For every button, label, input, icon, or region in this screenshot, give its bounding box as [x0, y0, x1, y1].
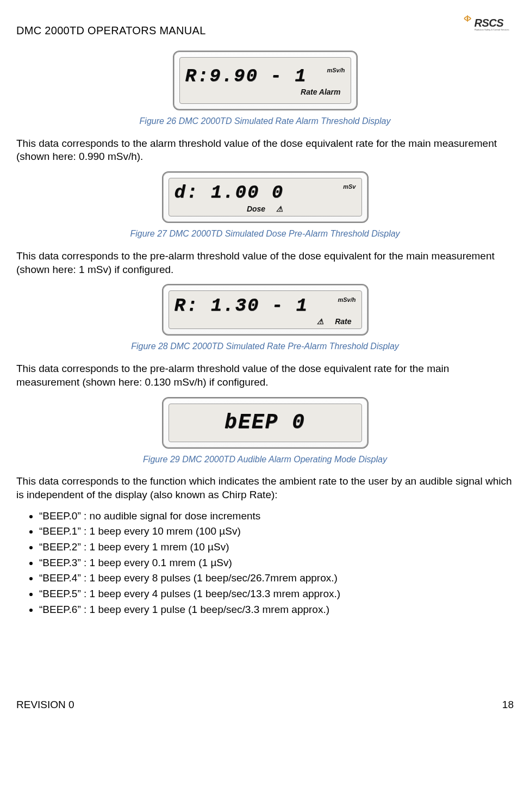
- figure-26-caption: Figure 26 DMC 2000TD Simulated Rate Alar…: [16, 116, 514, 127]
- paragraph-1: This data corresponds to the alarm thres…: [16, 137, 514, 164]
- list-item: “BEEP.2” : 1 beep every 1 mrem (10 µSv): [39, 541, 514, 554]
- figure-27-display: d: 1.00 0 mSv Dose ⚠: [162, 171, 369, 223]
- rscs-logo-icon: RSCS Radiation Safety & Control Services: [459, 14, 514, 40]
- figure-28-caption: Figure 28 DMC 2000TD Simulated Rate Pre-…: [16, 341, 514, 352]
- paragraph-4: This data corresponds to the function wh…: [16, 475, 514, 501]
- list-item: “BEEP.6” : 1 beep every 1 pulse (1 beep/…: [39, 603, 514, 617]
- fig26-segment-text: R:9.90 - 1: [185, 64, 307, 88]
- fig27-sub-dose: Dose: [247, 204, 265, 214]
- beep-modes-list: “BEEP.0” : no audible signal for dose in…: [39, 510, 514, 617]
- fig29-segment-text: bEEP 0: [225, 409, 305, 436]
- document-title: DMC 2000TD OPERATORS MANUAL: [16, 14, 206, 38]
- figure-26-display: R:9.90 - 1 mSv/h Rate Alarm: [173, 51, 358, 110]
- svg-text:RSCS: RSCS: [475, 17, 504, 29]
- figure-29-caption: Figure 29 DMC 2000TD Audible Alarm Opera…: [16, 454, 514, 466]
- fig27-segment-text: d: 1.00 0: [174, 181, 284, 204]
- revision-label: REVISION 0: [16, 698, 74, 712]
- svg-point-0: [467, 18, 469, 20]
- rscs-logo: RSCS Radiation Safety & Control Services: [459, 14, 514, 40]
- fig28-unit: mSv/h: [338, 296, 356, 303]
- fig26-subtext: Rate Alarm: [301, 87, 340, 97]
- warning-icon: ⚠: [317, 317, 324, 326]
- figure-27-caption: Figure 27 DMC 2000TD Simulated Dose Pre-…: [16, 228, 514, 240]
- fig28-sub-rate: Rate: [335, 317, 351, 326]
- figure-29-display: bEEP 0: [162, 397, 369, 449]
- warning-icon: ⚠: [276, 204, 283, 214]
- fig26-unit: mSv/h: [327, 66, 345, 74]
- paragraph-3: This data corresponds to the pre-alarm t…: [16, 362, 514, 389]
- list-item: “BEEP.3” : 1 beep every 0.1 mrem (1 µSv): [39, 556, 514, 570]
- fig28-segment-text: R: 1.30 - 1: [174, 294, 308, 318]
- page-footer: REVISION 0 18: [16, 698, 514, 712]
- page-header: DMC 2000TD OPERATORS MANUAL RSCS Radiati…: [16, 14, 514, 40]
- list-item: “BEEP.5” : 1 beep every 4 pulses (1 beep…: [39, 587, 514, 601]
- list-item: “BEEP.0” : no audible signal for dose in…: [39, 510, 514, 523]
- fig27-unit: mSv: [343, 183, 356, 190]
- svg-text:Radiation Safety & Control Ser: Radiation Safety & Control Services: [475, 28, 509, 31]
- figure-28-display: R: 1.30 - 1 mSv/h ⚠ Rate: [162, 284, 369, 336]
- list-item: “BEEP.1” : 1 beep every 10 mrem (100 µSv…: [39, 525, 514, 538]
- list-item: “BEEP.4” : 1 beep every 8 pulses (1 beep…: [39, 572, 514, 585]
- paragraph-2: This data corresponds to the pre-alarm t…: [16, 250, 514, 276]
- page-number: 18: [502, 698, 514, 712]
